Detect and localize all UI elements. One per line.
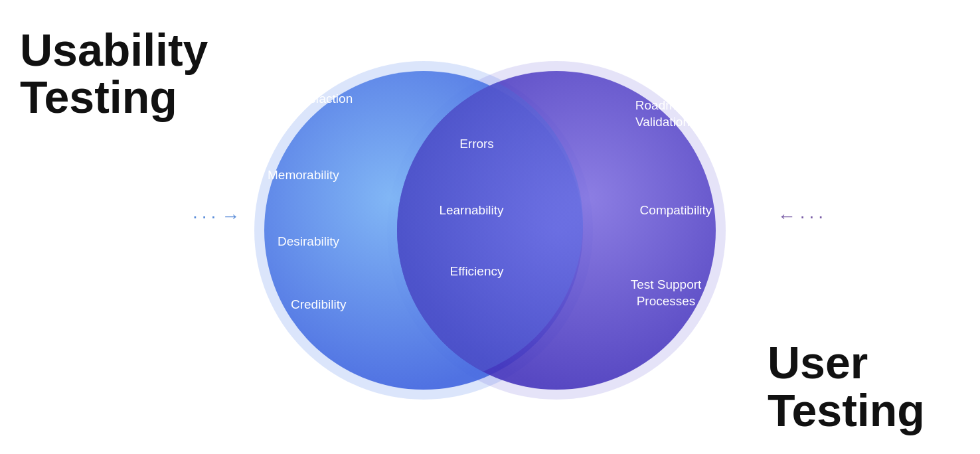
user-line2: Testing xyxy=(768,385,925,435)
left-dots: ··· xyxy=(193,206,220,227)
page-container: Usability Testing User Testing ··· → ← ·… xyxy=(0,0,980,454)
arrow-right: ← ··· xyxy=(777,206,827,227)
right-arrowhead: ← xyxy=(777,206,799,227)
usability-line2: Testing xyxy=(20,72,177,122)
right-dots: ··· xyxy=(800,206,827,227)
usability-line1: Usability xyxy=(20,25,208,75)
user-line1: User xyxy=(768,337,868,388)
usability-testing-title: Usability Testing xyxy=(20,27,219,121)
venn-diagram: Satisfaction Memorability Desirability C… xyxy=(231,38,749,416)
user-testing-title: User Testing xyxy=(768,339,967,434)
